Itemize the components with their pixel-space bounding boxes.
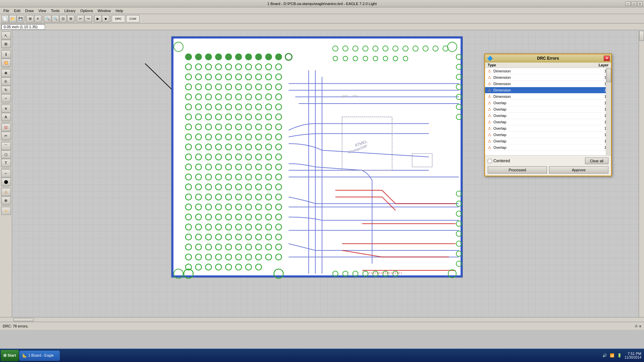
lt-name[interactable]: A: [1, 113, 11, 121]
drc-error-row[interactable]: ⚠ Dimension 16: [485, 94, 611, 100]
tb-zoom-fit[interactable]: ⊡: [59, 15, 67, 22]
tb-new[interactable]: 📄: [1, 15, 9, 22]
tb-stop[interactable]: ■: [102, 15, 109, 22]
centered-checkbox[interactable]: [488, 159, 492, 163]
drc-error-row[interactable]: ⚠ Overlap 16: [485, 119, 611, 125]
toolbar: 📄 📂 💾 ⊞ ≡ 🔍 🔍 ⊡ ⊞ ↩ ↪ ▶ ■ DRC CAM: [0, 14, 644, 23]
app-title: 1 Board - D:\PCB-za-stampu\eagle\nanino.…: [267, 2, 377, 6]
drc-error-row[interactable]: ⚠ Dimension 16: [485, 68, 611, 74]
lt-info[interactable]: ℹ: [1, 50, 11, 58]
start-label: ⊞ Start: [3, 353, 16, 358]
tb-sep2: [43, 15, 43, 22]
menu-window[interactable]: Window: [96, 8, 113, 13]
lt-smash[interactable]: 💥: [1, 59, 11, 67]
warning-icon: ⚠: [488, 75, 491, 80]
drc-error-row[interactable]: ⚠ Dimension 16: [485, 81, 611, 87]
drc-error-row[interactable]: ⚠ Overlap 16: [485, 125, 611, 132]
menu-bar: File Edit Draw View Tools Library Option…: [0, 7, 644, 14]
lt-rip[interactable]: ✂: [1, 132, 11, 140]
drc-list-scrollbar[interactable]: [606, 68, 611, 155]
lt-route[interactable]: ⊡: [1, 123, 11, 131]
status-text: DRC: 78 errors.: [3, 324, 29, 328]
start-button[interactable]: ⊞ Start: [1, 350, 19, 361]
taskbar-tray-battery: 🔋: [617, 353, 622, 358]
tb-zoom-in[interactable]: 🔍: [44, 15, 51, 22]
drc-error-row[interactable]: ⚠ Overlap 16: [485, 138, 611, 144]
right-scroll-thumb[interactable]: [639, 31, 644, 41]
menu-options[interactable]: Options: [78, 8, 95, 13]
lt-dimension[interactable]: ↔: [1, 169, 11, 177]
taskbar-tray-network: 📶: [610, 353, 614, 358]
horizontal-scrollbar[interactable]: [0, 317, 644, 322]
drc-error-row[interactable]: ⚠ Dimension 16: [485, 74, 611, 81]
drc-error-row[interactable]: ⚠ Overlap 16: [485, 100, 611, 106]
drc-error-row[interactable]: ⚠ Overlap 16: [485, 132, 611, 138]
approve-button[interactable]: Approve: [549, 166, 608, 174]
processed-button[interactable]: Processed: [488, 166, 547, 174]
lt-poly[interactable]: ⬠: [1, 150, 11, 159]
drc-error-type: Overlap: [493, 120, 592, 124]
clear-all-button[interactable]: Clear all: [585, 158, 608, 164]
lt-drc[interactable]: ⚠: [1, 188, 11, 196]
canvas-area[interactable]: ATMEL ATmega328P gnd +5v: [12, 30, 639, 317]
menu-view[interactable]: View: [36, 8, 48, 13]
status-icon-warning: ⚠: [635, 324, 638, 328]
drc-error-row[interactable]: ⚠ Overlap 16: [485, 144, 611, 151]
drc-error-row[interactable]: ⚠ Overlap 16: [485, 113, 611, 119]
tb-run[interactable]: ▶: [94, 15, 102, 22]
lt-mirror[interactable]: ↔: [1, 94, 11, 102]
warning-icon: ⚠: [488, 120, 491, 124]
menu-draw[interactable]: Draw: [23, 8, 36, 13]
tb-grid[interactable]: ⊞: [26, 15, 34, 22]
col-layer-header: Layer: [592, 63, 608, 67]
lt-sep8: [2, 205, 10, 206]
centered-label: Centered: [493, 159, 510, 163]
drc-error-row[interactable]: ⚠ Overlap 16: [485, 106, 611, 113]
taskbar-clock: 7:51 PM 11/30/2014: [625, 352, 641, 359]
lt-select[interactable]: ↖: [1, 32, 11, 40]
tb-design-btn[interactable]: DRC: [112, 15, 125, 22]
lt-warning: ⚠: [1, 207, 11, 215]
minimize-button[interactable]: −: [625, 1, 631, 6]
lt-rotate[interactable]: ↻: [1, 86, 11, 94]
close-button[interactable]: ×: [637, 1, 643, 6]
tb-save[interactable]: 💾: [17, 15, 24, 22]
menu-edit[interactable]: Edit: [12, 8, 22, 13]
lt-pad[interactable]: ⬤: [1, 178, 11, 186]
lt-delete[interactable]: ✕: [1, 105, 11, 113]
menu-help[interactable]: Help: [113, 8, 125, 13]
drc-close-button[interactable]: ✕: [604, 56, 610, 61]
menu-file[interactable]: File: [1, 8, 11, 13]
drc-scroll-thumb[interactable]: [606, 69, 611, 82]
right-scrollbar[interactable]: [639, 30, 644, 317]
drc-error-type: Overlap: [493, 107, 592, 111]
lt-sep4: [2, 122, 10, 122]
lt-sep3: [2, 103, 10, 104]
h-scroll-thumb[interactable]: [13, 318, 34, 321]
lt-group[interactable]: ⊞: [1, 40, 11, 48]
tb-layers[interactable]: ≡: [34, 15, 42, 22]
drc-error-type: Overlap: [493, 139, 592, 143]
tb-zoom-select[interactable]: ⊞: [67, 15, 74, 22]
taskbar-eagle-item[interactable]: 📐 1 Board - Eagle: [19, 351, 60, 361]
lt-text[interactable]: T: [1, 159, 11, 167]
warning-icon: ⚠: [488, 126, 491, 131]
tb-undo[interactable]: ↩: [77, 15, 84, 22]
tb-redo[interactable]: ↪: [85, 15, 92, 22]
tb-cam-btn[interactable]: CAM: [126, 15, 140, 22]
lt-copy[interactable]: ⎘: [1, 77, 11, 85]
menu-library[interactable]: Library: [62, 8, 78, 13]
warning-icon: ⚠: [488, 113, 491, 118]
tb-zoom-out[interactable]: 🔍: [52, 15, 59, 22]
drc-error-row[interactable]: ⚠ Dimension 16: [485, 87, 611, 94]
drc-errors-panel: 🔷 DRC Errors ✕ Type Layer ⚠ Dimension 16…: [484, 54, 612, 176]
maximize-button[interactable]: □: [631, 1, 637, 6]
menu-tools[interactable]: Tools: [49, 8, 62, 13]
lt-arc[interactable]: ⌒: [1, 142, 11, 150]
lt-erc[interactable]: ⊕: [1, 196, 11, 204]
col-type-header: Type: [488, 63, 592, 67]
lt-move[interactable]: ✥: [1, 69, 11, 77]
drc-error-list[interactable]: ⚠ Dimension 16 ⚠ Dimension 16 ⚠ Dimensio…: [485, 68, 611, 155]
drc-error-type: Dimension: [493, 75, 592, 79]
tb-open[interactable]: 📂: [9, 15, 16, 22]
